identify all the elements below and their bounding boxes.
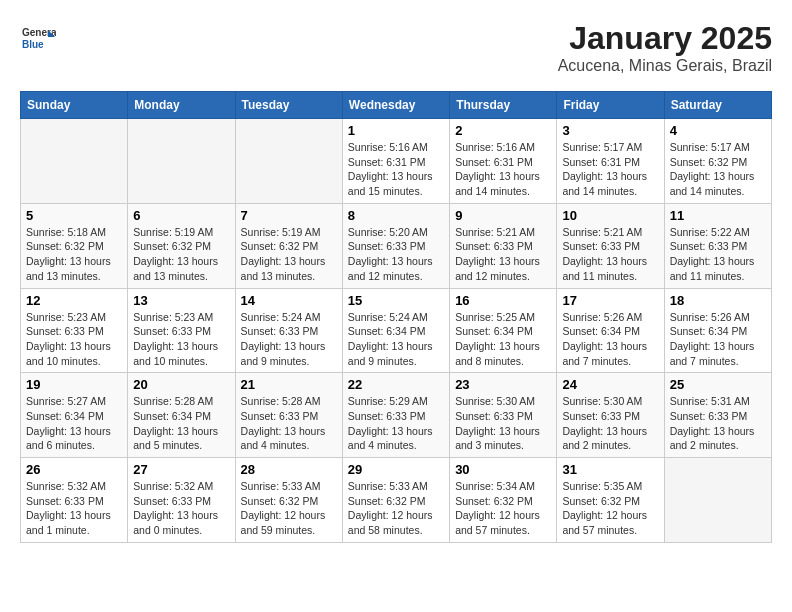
day-info: Sunrise: 5:30 AM Sunset: 6:33 PM Dayligh…: [455, 394, 551, 453]
day-number: 8: [348, 208, 444, 223]
calendar-table: Sunday Monday Tuesday Wednesday Thursday…: [20, 91, 772, 543]
header-saturday: Saturday: [664, 92, 771, 119]
day-info: Sunrise: 5:22 AM Sunset: 6:33 PM Dayligh…: [670, 225, 766, 284]
cell-w4-d6: 24Sunrise: 5:30 AM Sunset: 6:33 PM Dayli…: [557, 373, 664, 458]
day-number: 26: [26, 462, 122, 477]
day-info: Sunrise: 5:21 AM Sunset: 6:33 PM Dayligh…: [562, 225, 658, 284]
header-sunday: Sunday: [21, 92, 128, 119]
header-friday: Friday: [557, 92, 664, 119]
day-info: Sunrise: 5:29 AM Sunset: 6:33 PM Dayligh…: [348, 394, 444, 453]
week-row-3: 12Sunrise: 5:23 AM Sunset: 6:33 PM Dayli…: [21, 288, 772, 373]
logo: General Blue: [20, 20, 56, 56]
cell-w2-d3: 7Sunrise: 5:19 AM Sunset: 6:32 PM Daylig…: [235, 203, 342, 288]
day-number: 4: [670, 123, 766, 138]
day-info: Sunrise: 5:21 AM Sunset: 6:33 PM Dayligh…: [455, 225, 551, 284]
day-info: Sunrise: 5:30 AM Sunset: 6:33 PM Dayligh…: [562, 394, 658, 453]
cell-w4-d2: 20Sunrise: 5:28 AM Sunset: 6:34 PM Dayli…: [128, 373, 235, 458]
cell-w2-d4: 8Sunrise: 5:20 AM Sunset: 6:33 PM Daylig…: [342, 203, 449, 288]
header-thursday: Thursday: [450, 92, 557, 119]
day-info: Sunrise: 5:33 AM Sunset: 6:32 PM Dayligh…: [241, 479, 337, 538]
day-info: Sunrise: 5:28 AM Sunset: 6:33 PM Dayligh…: [241, 394, 337, 453]
day-number: 29: [348, 462, 444, 477]
cell-w1-d6: 3Sunrise: 5:17 AM Sunset: 6:31 PM Daylig…: [557, 119, 664, 204]
day-info: Sunrise: 5:35 AM Sunset: 6:32 PM Dayligh…: [562, 479, 658, 538]
cell-w1-d2: [128, 119, 235, 204]
cell-w3-d5: 16Sunrise: 5:25 AM Sunset: 6:34 PM Dayli…: [450, 288, 557, 373]
cell-w3-d6: 17Sunrise: 5:26 AM Sunset: 6:34 PM Dayli…: [557, 288, 664, 373]
day-number: 11: [670, 208, 766, 223]
calendar-subtitle: Acucena, Minas Gerais, Brazil: [558, 57, 772, 75]
day-number: 23: [455, 377, 551, 392]
cell-w1-d5: 2Sunrise: 5:16 AM Sunset: 6:31 PM Daylig…: [450, 119, 557, 204]
header-tuesday: Tuesday: [235, 92, 342, 119]
svg-rect-0: [20, 20, 56, 56]
cell-w5-d6: 31Sunrise: 5:35 AM Sunset: 6:32 PM Dayli…: [557, 458, 664, 543]
header-monday: Monday: [128, 92, 235, 119]
header-row: Sunday Monday Tuesday Wednesday Thursday…: [21, 92, 772, 119]
day-info: Sunrise: 5:16 AM Sunset: 6:31 PM Dayligh…: [348, 140, 444, 199]
cell-w2-d7: 11Sunrise: 5:22 AM Sunset: 6:33 PM Dayli…: [664, 203, 771, 288]
cell-w3-d7: 18Sunrise: 5:26 AM Sunset: 6:34 PM Dayli…: [664, 288, 771, 373]
day-number: 22: [348, 377, 444, 392]
cell-w2-d1: 5Sunrise: 5:18 AM Sunset: 6:32 PM Daylig…: [21, 203, 128, 288]
week-row-1: 1Sunrise: 5:16 AM Sunset: 6:31 PM Daylig…: [21, 119, 772, 204]
cell-w3-d4: 15Sunrise: 5:24 AM Sunset: 6:34 PM Dayli…: [342, 288, 449, 373]
day-number: 2: [455, 123, 551, 138]
day-info: Sunrise: 5:27 AM Sunset: 6:34 PM Dayligh…: [26, 394, 122, 453]
page-header: General Blue January 2025 Acucena, Minas…: [20, 20, 772, 75]
day-info: Sunrise: 5:19 AM Sunset: 6:32 PM Dayligh…: [133, 225, 229, 284]
day-number: 15: [348, 293, 444, 308]
svg-text:Blue: Blue: [22, 39, 44, 50]
logo-svg: General Blue: [20, 20, 56, 56]
cell-w3-d3: 14Sunrise: 5:24 AM Sunset: 6:33 PM Dayli…: [235, 288, 342, 373]
day-info: Sunrise: 5:25 AM Sunset: 6:34 PM Dayligh…: [455, 310, 551, 369]
cell-w2-d5: 9Sunrise: 5:21 AM Sunset: 6:33 PM Daylig…: [450, 203, 557, 288]
cell-w5-d2: 27Sunrise: 5:32 AM Sunset: 6:33 PM Dayli…: [128, 458, 235, 543]
cell-w5-d1: 26Sunrise: 5:32 AM Sunset: 6:33 PM Dayli…: [21, 458, 128, 543]
day-number: 31: [562, 462, 658, 477]
day-info: Sunrise: 5:32 AM Sunset: 6:33 PM Dayligh…: [26, 479, 122, 538]
day-number: 9: [455, 208, 551, 223]
calendar-body: 1Sunrise: 5:16 AM Sunset: 6:31 PM Daylig…: [21, 119, 772, 543]
day-info: Sunrise: 5:26 AM Sunset: 6:34 PM Dayligh…: [562, 310, 658, 369]
day-number: 27: [133, 462, 229, 477]
cell-w5-d7: [664, 458, 771, 543]
day-number: 17: [562, 293, 658, 308]
day-number: 14: [241, 293, 337, 308]
cell-w4-d3: 21Sunrise: 5:28 AM Sunset: 6:33 PM Dayli…: [235, 373, 342, 458]
day-number: 21: [241, 377, 337, 392]
day-number: 3: [562, 123, 658, 138]
cell-w3-d2: 13Sunrise: 5:23 AM Sunset: 6:33 PM Dayli…: [128, 288, 235, 373]
day-info: Sunrise: 5:16 AM Sunset: 6:31 PM Dayligh…: [455, 140, 551, 199]
cell-w2-d6: 10Sunrise: 5:21 AM Sunset: 6:33 PM Dayli…: [557, 203, 664, 288]
day-number: 19: [26, 377, 122, 392]
week-row-2: 5Sunrise: 5:18 AM Sunset: 6:32 PM Daylig…: [21, 203, 772, 288]
day-number: 7: [241, 208, 337, 223]
day-number: 18: [670, 293, 766, 308]
cell-w1-d1: [21, 119, 128, 204]
day-number: 13: [133, 293, 229, 308]
cell-w5-d3: 28Sunrise: 5:33 AM Sunset: 6:32 PM Dayli…: [235, 458, 342, 543]
cell-w5-d5: 30Sunrise: 5:34 AM Sunset: 6:32 PM Dayli…: [450, 458, 557, 543]
cell-w4-d7: 25Sunrise: 5:31 AM Sunset: 6:33 PM Dayli…: [664, 373, 771, 458]
day-info: Sunrise: 5:17 AM Sunset: 6:32 PM Dayligh…: [670, 140, 766, 199]
calendar-header: Sunday Monday Tuesday Wednesday Thursday…: [21, 92, 772, 119]
calendar-title: January 2025: [558, 20, 772, 57]
day-info: Sunrise: 5:26 AM Sunset: 6:34 PM Dayligh…: [670, 310, 766, 369]
day-number: 5: [26, 208, 122, 223]
title-block: January 2025 Acucena, Minas Gerais, Braz…: [558, 20, 772, 75]
header-wednesday: Wednesday: [342, 92, 449, 119]
cell-w4-d1: 19Sunrise: 5:27 AM Sunset: 6:34 PM Dayli…: [21, 373, 128, 458]
day-info: Sunrise: 5:17 AM Sunset: 6:31 PM Dayligh…: [562, 140, 658, 199]
cell-w2-d2: 6Sunrise: 5:19 AM Sunset: 6:32 PM Daylig…: [128, 203, 235, 288]
day-info: Sunrise: 5:31 AM Sunset: 6:33 PM Dayligh…: [670, 394, 766, 453]
day-info: Sunrise: 5:23 AM Sunset: 6:33 PM Dayligh…: [26, 310, 122, 369]
day-number: 1: [348, 123, 444, 138]
day-number: 20: [133, 377, 229, 392]
cell-w5-d4: 29Sunrise: 5:33 AM Sunset: 6:32 PM Dayli…: [342, 458, 449, 543]
day-number: 24: [562, 377, 658, 392]
day-number: 25: [670, 377, 766, 392]
day-number: 10: [562, 208, 658, 223]
day-info: Sunrise: 5:28 AM Sunset: 6:34 PM Dayligh…: [133, 394, 229, 453]
cell-w1-d3: [235, 119, 342, 204]
